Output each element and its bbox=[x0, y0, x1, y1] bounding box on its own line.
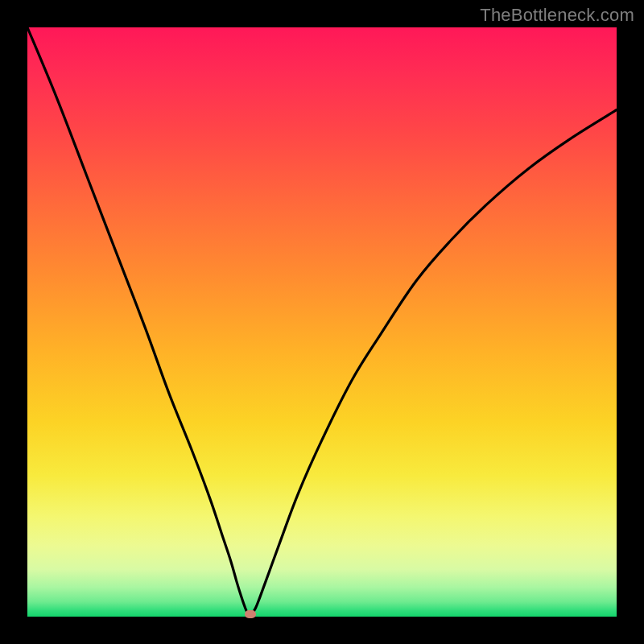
chart-frame: TheBottleneck.com bbox=[0, 0, 644, 644]
plot-area bbox=[27, 27, 617, 617]
watermark-text: TheBottleneck.com bbox=[480, 5, 634, 26]
minimum-marker bbox=[245, 610, 256, 618]
curve-svg bbox=[27, 27, 617, 617]
bottleneck-curve-path bbox=[27, 27, 617, 615]
